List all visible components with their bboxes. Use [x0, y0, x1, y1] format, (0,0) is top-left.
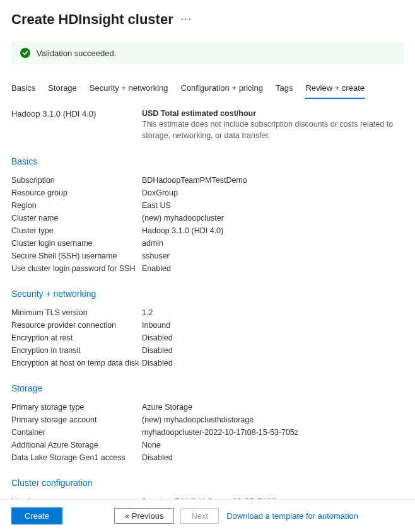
- label: Data Lake Storage Gen1 access: [11, 453, 142, 462]
- value: Disabled: [142, 346, 404, 355]
- label: Primary storage type: [11, 403, 142, 412]
- label: Resource provider connection: [11, 321, 142, 330]
- value: (new) myhadoopclusthdistorage: [142, 415, 404, 424]
- label: Encryption in transit: [11, 346, 142, 355]
- value: Hadoop 3.1.0 (HDI 4.0): [142, 226, 404, 235]
- label: Encryption at host on temp data disk: [11, 359, 142, 367]
- success-icon: [20, 48, 30, 58]
- label: Secure Shell (SSH) username: [11, 252, 142, 260]
- banner-text: Validation succeeded.: [37, 49, 116, 58]
- section-title-basics: Basics: [11, 156, 404, 166]
- more-actions-icon[interactable]: ···: [181, 14, 192, 25]
- section-title-cluster: Cluster configuration: [11, 478, 404, 488]
- value: sshuser: [142, 252, 404, 260]
- section-security: Security + networking Minimum TLS versio…: [11, 289, 404, 369]
- label: Primary storage account: [11, 415, 142, 424]
- value: Disabled: [142, 333, 404, 342]
- label: Cluster login username: [11, 239, 142, 248]
- section-title-storage: Storage: [11, 383, 404, 393]
- value: admin: [142, 239, 404, 248]
- label: Use cluster login password for SSH: [11, 264, 142, 273]
- label: Additional Azure Storage: [11, 441, 142, 449]
- tab-bar: Basics Storage Security + networking Con…: [11, 79, 404, 99]
- value: 1.2: [142, 308, 404, 317]
- section-basics: Basics SubscriptionBDHadoopTeamPMTestDem…: [11, 156, 404, 275]
- label: Region: [11, 201, 142, 210]
- tab-configuration[interactable]: Configuration + pricing: [181, 79, 263, 98]
- value: DoxGroup: [142, 188, 404, 197]
- validation-banner: Validation succeeded.: [11, 42, 404, 64]
- value: Inbound: [142, 321, 404, 330]
- footer-bar: Create « Previous Next Download a templa…: [0, 499, 415, 532]
- value: East US: [142, 201, 404, 210]
- section-title-security: Security + networking: [11, 289, 404, 299]
- tab-review-create[interactable]: Review + create: [305, 79, 365, 99]
- cost-desc: This estimate does not include subscript…: [142, 119, 404, 141]
- label: Cluster type: [11, 226, 142, 235]
- value: myhadoopcluster-2022-10-17t08-15-53-705z: [142, 428, 404, 437]
- value: Azure Storage: [142, 403, 404, 412]
- next-button: Next: [180, 508, 219, 524]
- label: Minimum TLS version: [11, 308, 142, 317]
- tab-storage[interactable]: Storage: [48, 79, 77, 98]
- tab-tags[interactable]: Tags: [276, 79, 293, 98]
- previous-button[interactable]: « Previous: [114, 508, 174, 524]
- cost-title: USD Total estimated cost/hour: [142, 109, 404, 118]
- value: BDHadoopTeamPMTestDemo: [142, 176, 404, 185]
- value: None: [142, 441, 404, 449]
- value: (new) myhadoopcluster: [142, 214, 404, 223]
- value: Enabled: [142, 264, 404, 273]
- page-title: Create HDInsight cluster ···: [11, 11, 404, 28]
- create-button[interactable]: Create: [11, 507, 62, 524]
- tab-security[interactable]: Security + networking: [90, 79, 168, 98]
- label: Container: [11, 428, 142, 437]
- label: Cluster name: [11, 214, 142, 223]
- tab-basics[interactable]: Basics: [11, 79, 35, 98]
- download-template-link[interactable]: Download a template for automation: [226, 511, 358, 521]
- page-title-text: Create HDInsight cluster: [11, 11, 173, 28]
- label: Subscription: [11, 176, 142, 185]
- label: Resource group: [11, 188, 142, 197]
- section-storage: Storage Primary storage typeAzure Storag…: [11, 383, 404, 464]
- value: Disabled: [142, 453, 404, 462]
- value: Disabled: [142, 359, 404, 367]
- label: Encryption at rest: [11, 333, 142, 342]
- summary-label: Hadoop 3.1.0 (HDI 4.0): [11, 109, 142, 141]
